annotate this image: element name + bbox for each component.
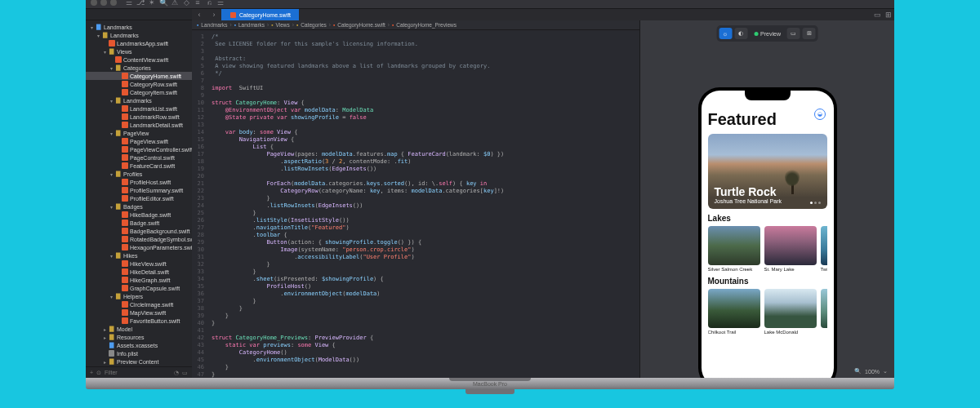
zoom-dot[interactable] bbox=[110, 0, 117, 6]
tree-row[interactable]: ContentView.swift bbox=[86, 55, 192, 64]
tree-row[interactable]: ▾▇Views bbox=[86, 47, 192, 55]
jump-bar[interactable]: ▪Landmarks›▪Landmarks›▪Views›▪Categories… bbox=[192, 20, 639, 30]
tree-row[interactable]: ▸▇Preview Content bbox=[86, 357, 192, 366]
selectable-button[interactable]: ◐ bbox=[734, 28, 747, 39]
device-screen[interactable]: ◒ Featured Turtle Rock Joshua Tree Natio… bbox=[702, 91, 834, 378]
tab-bar: ‹ › CategoryHome.swift ▭ ⊞ bbox=[192, 9, 894, 20]
list-item[interactable]: Twin L bbox=[821, 226, 827, 272]
tree-row[interactable]: RotatedBadgeSymbol.swift bbox=[86, 235, 192, 243]
tree-row[interactable]: LandmarkDetail.swift bbox=[86, 121, 192, 129]
profile-button-icon[interactable]: ◒ bbox=[814, 109, 826, 120]
tree-row[interactable]: LandmarkRow.swift bbox=[86, 113, 192, 121]
preview-toolbar: ☼ ◐ Preview ▭ ⊞ bbox=[716, 25, 818, 42]
tree-row[interactable]: FavoriteButton.swift bbox=[86, 317, 192, 325]
tree-row[interactable]: ▾▇Landmarks bbox=[86, 23, 192, 31]
hero-subtitle: Joshua Tree National Park bbox=[715, 198, 782, 204]
debug-icon[interactable]: ≡ bbox=[192, 0, 203, 7]
tree-row[interactable]: ▾▇Landmarks bbox=[86, 96, 192, 104]
device-settings-button[interactable]: ▭ bbox=[787, 28, 800, 39]
tree-row[interactable]: ProfileHost.swift bbox=[86, 178, 192, 186]
device-frame: ◒ Featured Turtle Rock Joshua Tree Natio… bbox=[698, 87, 837, 378]
nav-icon[interactable]: ☰ bbox=[123, 0, 135, 7]
tree-row[interactable]: ▾▇Landmarks bbox=[86, 31, 192, 39]
find-icon[interactable]: 🔍 bbox=[158, 0, 169, 7]
window-toolbar: ☰ ⎇ ✶ 🔍 ⚠ ◇ ≡ ⎌ ☰ bbox=[86, 0, 894, 9]
tree-row[interactable]: ▾▇Profiles bbox=[86, 170, 192, 178]
reports-icon[interactable]: ☰ bbox=[215, 0, 226, 7]
recent-icon[interactable]: ◔ bbox=[174, 370, 179, 376]
tests-icon[interactable]: ◇ bbox=[180, 0, 192, 7]
tree-row[interactable]: CategoryRow.swift bbox=[86, 80, 192, 88]
close-dot[interactable] bbox=[91, 0, 97, 6]
source-control-icon[interactable]: ⎇ bbox=[135, 0, 146, 7]
tree-row[interactable]: LandmarksApp.swift bbox=[86, 39, 192, 47]
tree-row[interactable]: Info.plist bbox=[86, 349, 192, 357]
hero-title: Turtle Rock bbox=[715, 185, 782, 198]
variants-button[interactable]: ⊞ bbox=[803, 28, 816, 39]
tree-row[interactable]: BadgeBackground.swift bbox=[86, 227, 192, 235]
back-button[interactable]: ‹ bbox=[192, 9, 207, 20]
tree-row[interactable]: HexagonParameters.swift bbox=[86, 243, 192, 251]
lakes-row[interactable]: Silver Salmon Creek St. Mary Lake Twin L bbox=[708, 226, 827, 272]
forward-button[interactable]: › bbox=[207, 9, 221, 20]
tree-row[interactable]: GraphCapsule.swift bbox=[86, 284, 192, 292]
tree-row[interactable]: LandmarkList.swift bbox=[86, 104, 192, 113]
live-preview-button[interactable]: ☼ bbox=[719, 28, 732, 39]
tree-row[interactable]: Badge.swift bbox=[86, 219, 192, 227]
minimize-dot[interactable] bbox=[100, 0, 107, 6]
file-tree[interactable]: ▾▇Landmarks▾▇LandmarksLandmarksApp.swift… bbox=[86, 20, 192, 366]
tree-row[interactable]: ▾▇Categories bbox=[86, 64, 192, 72]
tree-row[interactable]: PageView.swift bbox=[86, 137, 192, 145]
tree-row[interactable]: ProfileSummary.swift bbox=[86, 186, 192, 194]
editor-tab-active[interactable]: CategoryHome.swift bbox=[221, 9, 299, 20]
page-dots[interactable] bbox=[810, 202, 821, 204]
traffic-lights bbox=[91, 0, 117, 6]
tree-row[interactable]: ▾▇Helpers bbox=[86, 292, 192, 300]
tree-row[interactable]: ▸▇Model bbox=[86, 325, 192, 333]
mountains-row[interactable]: Chilkoot Trail Lake McDonald bbox=[708, 289, 827, 335]
section-header-lakes: Lakes bbox=[708, 214, 827, 223]
code-area[interactable]: 1234567891011121314151617181920212223242… bbox=[192, 30, 639, 378]
laptop-base: MacBook Pro bbox=[86, 378, 894, 389]
list-item[interactable]: Lake McDonald bbox=[764, 289, 817, 335]
tree-row[interactable]: ▇Assets.xcassets bbox=[86, 341, 192, 349]
tree-row[interactable]: CategoryHome.swift bbox=[86, 72, 192, 80]
add-icon[interactable]: + bbox=[90, 370, 93, 375]
zoom-controls[interactable]: 🔍 100% ⌄ bbox=[854, 368, 888, 375]
tree-row[interactable]: FeatureCard.swift bbox=[86, 162, 192, 170]
tree-row[interactable]: HikeDetail.swift bbox=[86, 268, 192, 276]
scm-icon[interactable]: ▭ bbox=[182, 370, 188, 376]
code-text[interactable]: /* See LICENSE folder for this sample's … bbox=[208, 30, 639, 378]
tree-row[interactable]: ▾▇Badges bbox=[86, 202, 192, 211]
tree-row[interactable]: ▸▇Resources bbox=[86, 333, 192, 341]
filter-bar[interactable]: + ⊙ Filter ◔ ▭ bbox=[86, 366, 192, 378]
zoom-out-icon[interactable]: 🔍 bbox=[854, 368, 862, 375]
tree-row[interactable]: MapView.swift bbox=[86, 308, 192, 317]
issues-icon[interactable]: ⚠ bbox=[169, 0, 180, 7]
featured-hero[interactable]: Turtle Rock Joshua Tree National Park bbox=[708, 134, 827, 209]
list-item[interactable] bbox=[821, 289, 827, 335]
tree-row[interactable]: HikeBadge.swift bbox=[86, 211, 192, 219]
list-item[interactable]: St. Mary Lake bbox=[764, 226, 817, 272]
tree-row[interactable]: HikeView.swift bbox=[86, 259, 192, 268]
tree-row[interactable]: ProfileEditor.swift bbox=[86, 194, 192, 202]
tree-row[interactable]: CategoryItem.swift bbox=[86, 88, 192, 96]
editor-options-icon[interactable]: ▭ bbox=[871, 9, 883, 20]
tree-row[interactable]: CircleImage.swift bbox=[86, 300, 192, 308]
zoom-menu-icon[interactable]: ⌄ bbox=[883, 368, 888, 375]
breakpoints-icon[interactable]: ⎌ bbox=[203, 0, 215, 7]
tree-row[interactable]: PageViewController.swift bbox=[86, 145, 192, 153]
tree-row[interactable]: ▾▇PageView bbox=[86, 129, 192, 137]
tree-row[interactable]: HikeGraph.swift bbox=[86, 276, 192, 284]
list-item[interactable]: Silver Salmon Creek bbox=[708, 226, 760, 272]
bookmarks-icon[interactable]: ✶ bbox=[146, 0, 158, 7]
list-item[interactable]: Chilkoot Trail bbox=[708, 289, 760, 335]
section-header-mountains: Mountains bbox=[708, 277, 827, 286]
tree-row[interactable]: ▾▇Hikes bbox=[86, 251, 192, 259]
preview-status: Preview bbox=[750, 31, 785, 37]
filter-placeholder: Filter bbox=[105, 370, 118, 375]
swift-file-icon bbox=[229, 11, 237, 19]
tree-row[interactable]: PageControl.swift bbox=[86, 153, 192, 162]
laptop-model-label: MacBook Pro bbox=[473, 381, 507, 387]
adjust-editor-icon[interactable]: ⊞ bbox=[883, 9, 894, 20]
